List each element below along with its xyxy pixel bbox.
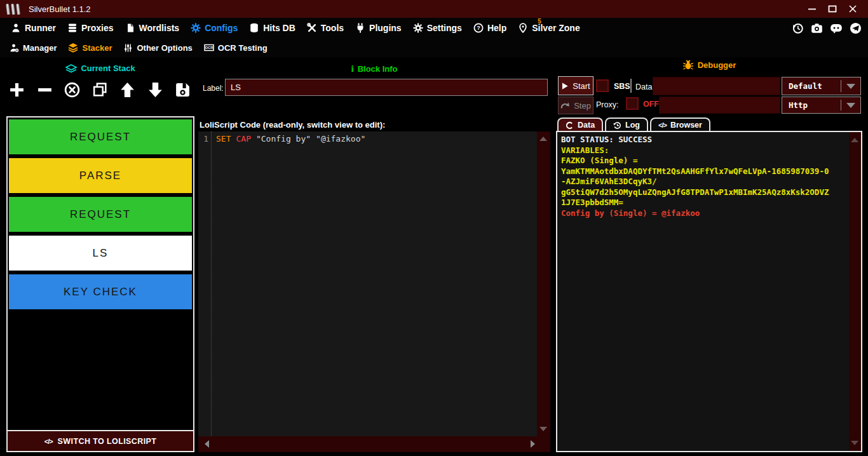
save-stack-icon bbox=[174, 81, 191, 98]
sliders-icon bbox=[123, 43, 133, 53]
add-block-button[interactable] bbox=[8, 81, 25, 98]
stack-block-ls[interactable]: LS bbox=[9, 236, 192, 271]
help-icon: ? bbox=[473, 23, 484, 33]
debugger-header: Debugger bbox=[556, 60, 862, 70]
scroll-up-icon[interactable] bbox=[851, 138, 858, 142]
menu-item-plugins[interactable]: Plugins bbox=[349, 18, 407, 38]
label-caption: Label: bbox=[203, 84, 224, 93]
move-up-icon bbox=[119, 81, 136, 98]
debugger-tabs: Data Log </> Browser bbox=[557, 117, 710, 131]
menu-item-silver-zone[interactable]: 5 Silver Zone bbox=[512, 18, 585, 38]
code-token: SET bbox=[216, 134, 231, 436]
main-menu: Runner Proxies Wordlists Configs Hits DB… bbox=[0, 18, 868, 38]
code-token: CAP bbox=[236, 134, 250, 436]
editor-horizontal-scrollbar[interactable] bbox=[198, 436, 550, 452]
step-button[interactable]: Step bbox=[558, 97, 593, 114]
close-icon bbox=[848, 4, 857, 13]
block-info-header: i Block Info bbox=[198, 64, 550, 74]
menu-item-tools[interactable]: Tools bbox=[301, 18, 349, 38]
remove-block-icon bbox=[36, 81, 53, 98]
submenu-item-ocr-testing[interactable]: OCR OCR Testing bbox=[198, 38, 273, 57]
configs-gear-icon bbox=[191, 23, 201, 33]
history-button[interactable] bbox=[792, 22, 804, 34]
sbs-checkbox[interactable] bbox=[596, 79, 609, 92]
data-caption: Data: bbox=[635, 83, 654, 91]
move-up-button[interactable] bbox=[119, 81, 136, 98]
tab-log[interactable]: Log bbox=[605, 117, 648, 131]
stack-block-request-2[interactable]: REQUEST bbox=[9, 197, 192, 232]
stack-block-key-check[interactable]: KEY CHECK bbox=[9, 274, 192, 309]
proxy-input[interactable] bbox=[659, 97, 780, 114]
clone-block-button[interactable] bbox=[92, 81, 109, 98]
remove-block-button[interactable] bbox=[36, 81, 53, 98]
log-line: Config by (Single) = @ifazkoo bbox=[561, 208, 844, 219]
submenu-label: OCR Testing bbox=[218, 43, 268, 53]
submenu-item-manager[interactable]: Manager bbox=[4, 38, 62, 57]
wordlist-type-value: Default bbox=[789, 81, 822, 91]
proxy-type-value: Http bbox=[789, 100, 808, 110]
screenshot-button[interactable] bbox=[811, 22, 823, 34]
discord-button[interactable] bbox=[830, 22, 843, 34]
divider bbox=[841, 100, 841, 111]
proxy-caption: Proxy: bbox=[596, 100, 618, 109]
play-icon bbox=[561, 82, 569, 90]
menu-item-runner[interactable]: Runner bbox=[5, 18, 62, 38]
start-button[interactable]: Start bbox=[558, 76, 593, 95]
proxy-type-dropdown[interactable]: Http bbox=[782, 97, 861, 114]
move-down-icon bbox=[147, 81, 164, 98]
minimize-button[interactable] bbox=[802, 1, 822, 17]
switch-to-loliscript-button[interactable]: </> SWITCH TO LOLISCRIPT bbox=[8, 430, 193, 451]
scroll-down-icon[interactable] bbox=[539, 427, 547, 431]
code-token: "@ifazkoo" bbox=[316, 134, 365, 436]
tab-browser[interactable]: </> Browser bbox=[650, 117, 710, 131]
code-icon: </> bbox=[658, 121, 667, 129]
data-input[interactable] bbox=[653, 77, 780, 95]
log-line: -AZJmiF6VAhE3DCqyK3/ bbox=[561, 177, 844, 187]
minimize-icon bbox=[808, 4, 817, 13]
telegram-button[interactable] bbox=[850, 22, 862, 34]
loliscript-code-editor[interactable]: 1 SET CAP "Config by" "@ifazkoo" bbox=[198, 131, 537, 436]
menu-item-hits-db[interactable]: Hits DB bbox=[243, 18, 301, 38]
menu-label: Hits DB bbox=[263, 23, 295, 33]
start-label: Start bbox=[573, 81, 590, 91]
move-down-button[interactable] bbox=[147, 81, 164, 98]
stack-toolbar bbox=[8, 77, 191, 102]
menu-item-proxies[interactable]: Proxies bbox=[62, 18, 119, 38]
menu-item-wordlists[interactable]: Wordlists bbox=[119, 18, 186, 38]
menu-label: Plugins bbox=[369, 23, 402, 33]
maximize-button[interactable] bbox=[822, 1, 843, 17]
menu-label: Tools bbox=[321, 23, 344, 33]
scroll-down-icon[interactable] bbox=[851, 441, 858, 445]
stack-block-parse[interactable]: PARSE bbox=[9, 158, 192, 193]
menu-item-configs[interactable]: Configs bbox=[185, 18, 243, 38]
log-scrollbar[interactable] bbox=[849, 132, 861, 451]
block-label-input[interactable] bbox=[225, 79, 548, 96]
switch-button-label: SWITCH TO LOLISCRIPT bbox=[58, 437, 157, 446]
current-stack-title: Current Stack bbox=[81, 64, 135, 73]
disable-block-button[interactable] bbox=[64, 81, 81, 98]
window-title: SilverBullet 1.1.2 bbox=[29, 4, 91, 14]
title-bar: SilverBullet 1.1.2 bbox=[0, 0, 868, 18]
menu-item-settings[interactable]: Settings bbox=[407, 18, 468, 38]
plug-icon bbox=[355, 23, 365, 33]
menu-label: Wordlists bbox=[139, 23, 180, 33]
wordlist-type-dropdown[interactable]: Default bbox=[782, 77, 861, 95]
menu-item-help[interactable]: ? Help bbox=[468, 18, 512, 38]
submenu-item-other-options[interactable]: Other Options bbox=[118, 38, 198, 57]
close-button[interactable] bbox=[843, 1, 863, 17]
scroll-up-icon[interactable] bbox=[539, 137, 547, 141]
save-stack-button[interactable] bbox=[174, 81, 191, 98]
proxy-status: OFF bbox=[643, 100, 659, 109]
editor-vertical-scrollbar[interactable] bbox=[537, 131, 550, 436]
debugger-log: BOT STATUS: SUCCESS VARIABLES: FAZKO (Si… bbox=[561, 135, 844, 448]
bullet-icon bbox=[11, 3, 15, 14]
proxy-checkbox[interactable] bbox=[626, 97, 639, 110]
stack-block-request-1[interactable]: REQUEST bbox=[9, 119, 192, 154]
step-icon bbox=[560, 102, 570, 109]
bullet-icon bbox=[16, 3, 20, 14]
scroll-right-icon[interactable] bbox=[531, 440, 535, 448]
tab-data[interactable]: Data bbox=[557, 117, 603, 131]
submenu-item-stacker[interactable]: Stacker bbox=[62, 38, 118, 57]
log-tab-icon bbox=[613, 121, 621, 130]
scroll-left-icon[interactable] bbox=[205, 440, 209, 448]
